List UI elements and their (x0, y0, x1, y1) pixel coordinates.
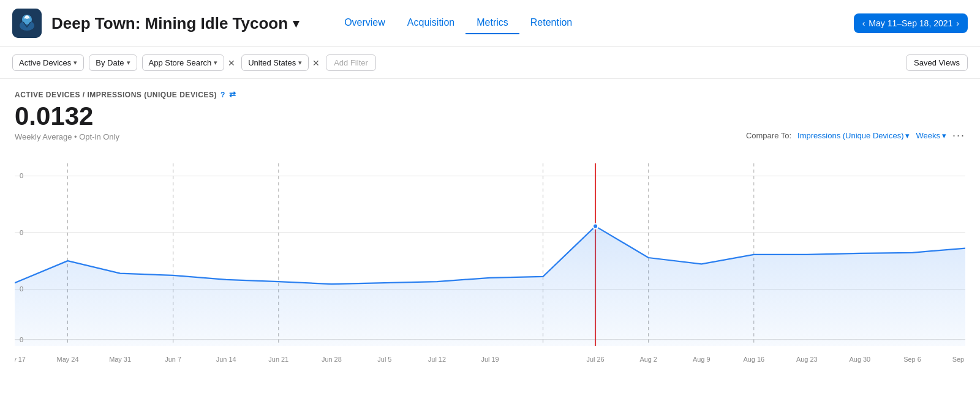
svg-text:Jun 7: Jun 7 (165, 355, 181, 362)
tab-metrics[interactable]: Metrics (466, 12, 519, 34)
svg-marker-15 (15, 226, 965, 346)
app-store-search-chevron-icon: ▾ (214, 59, 217, 67)
svg-text:Aug 23: Aug 23 (796, 355, 818, 362)
svg-text:Jun 14: Jun 14 (216, 355, 236, 362)
svg-text:Sep 13: Sep 13 (952, 355, 965, 362)
svg-text:0: 0 (20, 172, 23, 179)
active-devices-filter[interactable]: Active Devices ▾ (12, 54, 84, 71)
tab-acquisition[interactable]: Acquisition (396, 12, 466, 34)
date-prev-icon[interactable]: ‹ (862, 18, 865, 28)
active-devices-chevron-icon: ▾ (74, 59, 77, 67)
svg-text:Sep 6: Sep 6 (903, 355, 921, 362)
tab-overview[interactable]: Overview (333, 12, 396, 34)
svg-text:Jun 21: Jun 21 (268, 355, 288, 362)
svg-text:0: 0 (20, 336, 23, 343)
app-store-search-close-button[interactable]: ✕ (227, 57, 236, 69)
weeks-label: Weeks (916, 131, 940, 140)
svg-text:May 24: May 24 (57, 355, 79, 362)
svg-text:Aug 9: Aug 9 (693, 355, 710, 362)
compare-to-label: Compare To: (746, 131, 791, 140)
united-states-label: United States (248, 58, 296, 67)
svg-text:Jul 5: Jul 5 (377, 355, 391, 362)
svg-point-16 (593, 224, 598, 229)
by-date-filter[interactable]: By Date ▾ (89, 54, 137, 71)
app-title[interactable]: Deep Town: Mining Idle Tycoon ▾ (51, 14, 299, 33)
line-chart: 0 0 0 0 May 17 May 24 May 31 Jun 7 Jun 1… (15, 144, 965, 371)
united-states-close-button[interactable]: ✕ (311, 57, 321, 69)
compare-to-value: Impressions (Unique Devices) (797, 131, 903, 140)
svg-text:Aug 2: Aug 2 (639, 355, 657, 362)
date-range-button[interactable]: ‹ May 11–Sep 18, 2021 › (854, 13, 968, 33)
chart-area: 0 0 0 0 May 17 May 24 May 31 Jun 7 Jun 1… (15, 144, 965, 371)
united-states-filter[interactable]: United States ▾ (241, 54, 309, 71)
svg-text:0: 0 (20, 285, 23, 293)
app-name-text: Deep Town: Mining Idle Tycoon (51, 14, 288, 33)
saved-views-button[interactable]: Saved Views (906, 54, 968, 71)
refresh-icon[interactable]: ⇄ (229, 90, 236, 99)
chart-section: ACTIVE DEVICES / IMPRESSIONS (UNIQUE DEV… (0, 79, 980, 371)
active-devices-label: Active Devices (19, 58, 71, 67)
chart-value: 0.0132 (15, 102, 119, 131)
united-states-chevron-icon: ▾ (298, 59, 302, 67)
chart-title: ACTIVE DEVICES / IMPRESSIONS (UNIQUE DEV… (15, 90, 965, 99)
svg-text:Jul 19: Jul 19 (481, 355, 499, 362)
svg-text:Aug 30: Aug 30 (850, 355, 871, 362)
svg-text:May 17: May 17 (15, 355, 26, 362)
weeks-chevron-icon: ▾ (942, 131, 946, 140)
chart-subtitle: Weekly Average • Opt-in Only (15, 132, 119, 141)
svg-text:Jul 26: Jul 26 (587, 355, 605, 362)
tab-retention[interactable]: Retention (519, 12, 584, 34)
date-range-label: May 11–Sep 18, 2021 (869, 18, 952, 28)
compare-to-chevron-icon: ▾ (905, 131, 910, 140)
chart-title-text: ACTIVE DEVICES / IMPRESSIONS (UNIQUE DEV… (15, 91, 217, 99)
filter-bar: Active Devices ▾ By Date ▾ App Store Sea… (0, 47, 980, 79)
by-date-chevron-icon: ▾ (127, 59, 130, 67)
more-options-button[interactable]: ··· (952, 129, 965, 142)
svg-text:May 31: May 31 (109, 355, 131, 362)
app-store-search-filter[interactable]: App Store Search ▾ (142, 54, 225, 71)
svg-point-3 (25, 15, 29, 19)
app-title-chevron-icon[interactable]: ▾ (293, 16, 299, 31)
svg-text:Jun 28: Jun 28 (322, 355, 342, 362)
weeks-dropdown[interactable]: Weeks ▾ (916, 131, 946, 140)
compare-to-dropdown[interactable]: Impressions (Unique Devices) ▾ (797, 131, 910, 140)
app-icon (12, 9, 42, 38)
header: Deep Town: Mining Idle Tycoon ▾ Overview… (0, 0, 980, 47)
date-next-icon[interactable]: › (956, 18, 959, 28)
svg-text:0: 0 (20, 229, 23, 236)
app-store-search-label: App Store Search (149, 58, 212, 67)
svg-text:Jul 12: Jul 12 (428, 355, 446, 362)
svg-text:Aug 16: Aug 16 (743, 355, 764, 362)
help-icon[interactable]: ? (221, 91, 225, 99)
add-filter-button[interactable]: Add Filter (326, 54, 376, 71)
by-date-label: By Date (96, 58, 124, 67)
chart-controls: Compare To: Impressions (Unique Devices)… (15, 129, 965, 142)
nav-tabs: Overview Acquisition Metrics Retention (333, 12, 583, 34)
